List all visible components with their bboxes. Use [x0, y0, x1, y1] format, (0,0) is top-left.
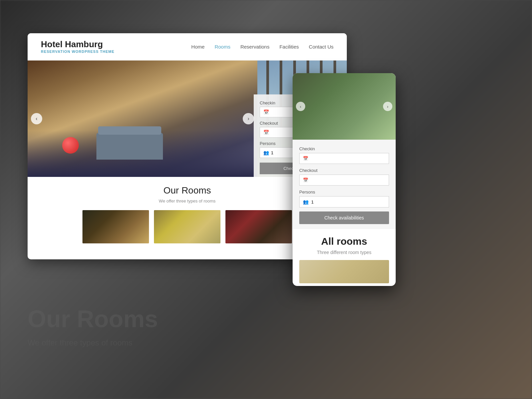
- red-ball-decor: [62, 137, 79, 154]
- chevron-right-icon: ›: [387, 104, 388, 109]
- tablet-checkin-input[interactable]: 📅: [299, 153, 389, 164]
- room-thumbnail-3[interactable]: [225, 210, 292, 243]
- persons-icon: 👥: [263, 150, 269, 155]
- persons-value-main: 1: [271, 150, 273, 155]
- tablet-rooms-subtitle: Three different room types: [299, 250, 389, 255]
- sofa-decor: [96, 133, 163, 160]
- hero-main-image: [28, 61, 257, 177]
- tablet-persons-input[interactable]: 👥 1: [299, 196, 389, 207]
- room-scene: [28, 61, 257, 177]
- calendar-icon: 📅: [263, 130, 269, 135]
- site-logo: Hotel Hamburg Reservation WordPress Them…: [41, 40, 114, 54]
- calendar-icon: 📅: [303, 156, 308, 161]
- rooms-title: Our Rooms: [41, 185, 333, 196]
- site-subtitle: Reservation WordPress Theme: [41, 50, 114, 54]
- tablet-rooms-title: All rooms: [299, 236, 389, 247]
- main-nav: Home Rooms Reservations Facilities Conta…: [191, 44, 333, 50]
- nav-contact[interactable]: Contact Us: [309, 44, 333, 50]
- chevron-right-icon: ›: [248, 116, 249, 122]
- tablet-slider-next-button[interactable]: ›: [383, 102, 392, 111]
- tablet-checkin-label: Checkin: [299, 146, 389, 151]
- persons-icon: 👥: [303, 199, 309, 204]
- tablet-persons-label: Persons: [299, 190, 389, 195]
- tablet-checkout-input[interactable]: 📅: [299, 175, 389, 186]
- tablet-window: ‹ › Checkin 📅 Checkout 📅 Persons 👥 1 Che…: [293, 73, 396, 286]
- nav-reservations[interactable]: Reservations: [240, 44, 270, 50]
- bg-text-subtitle: We offer three types of rooms: [28, 338, 132, 347]
- room-thumbnail-1[interactable]: [82, 210, 149, 243]
- nav-facilities[interactable]: Facilities: [279, 44, 299, 50]
- slider-next-button[interactable]: ›: [243, 113, 254, 124]
- site-title: Hotel Hamburg: [41, 40, 114, 49]
- room-thumbnail-2[interactable]: [154, 210, 220, 243]
- tablet-booking-widget: Checkin 📅 Checkout 📅 Persons 👥 1 Check a…: [293, 140, 396, 229]
- nav-home[interactable]: Home: [191, 44, 204, 50]
- slider-prev-button[interactable]: ‹: [31, 113, 42, 124]
- tablet-check-availabilities-button[interactable]: Check availabilities: [299, 211, 389, 224]
- site-header: Hotel Hamburg Reservation WordPress Them…: [28, 33, 347, 61]
- tablet-rooms-section: All rooms Three different room types: [293, 229, 396, 286]
- chevron-left-icon: ‹: [300, 104, 301, 109]
- tablet-slider-prev-button[interactable]: ‹: [296, 102, 305, 111]
- room-thumbnails: [41, 210, 333, 243]
- calendar-icon: 📅: [263, 109, 269, 115]
- tablet-room-thumbnail[interactable]: [299, 260, 389, 283]
- calendar-icon: 📅: [303, 178, 308, 183]
- chevron-left-icon: ‹: [36, 116, 37, 122]
- tablet-hero-image: ‹ ›: [293, 73, 396, 140]
- tablet-checkout-label: Checkout: [299, 168, 389, 173]
- bg-text-title: Our Rooms: [28, 305, 158, 332]
- nav-rooms[interactable]: Rooms: [214, 44, 230, 50]
- rooms-subtitle: We offer three types of rooms: [41, 199, 333, 203]
- tablet-persons-value: 1: [311, 200, 314, 204]
